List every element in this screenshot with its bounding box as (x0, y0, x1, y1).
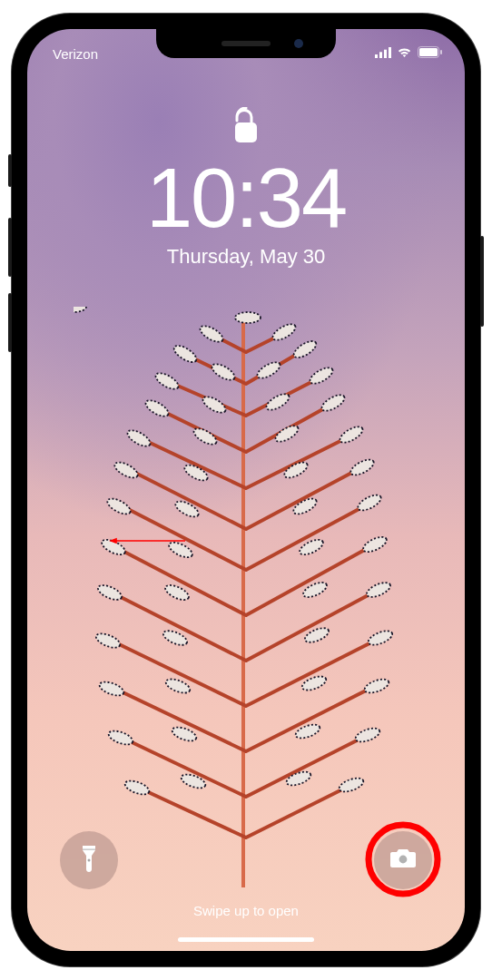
mute-switch (8, 154, 12, 187)
unlock-icon (232, 107, 260, 149)
svg-point-13 (88, 859, 91, 862)
svg-rect-7 (235, 122, 257, 142)
lock-screen[interactable]: Verizon (27, 29, 465, 951)
wifi-icon (397, 45, 412, 62)
svg-rect-1 (379, 52, 382, 58)
power-button (480, 236, 484, 327)
home-indicator[interactable] (178, 937, 314, 942)
speaker-grille (221, 41, 271, 46)
wallpaper-plant (74, 307, 418, 887)
front-camera (294, 39, 303, 48)
camera-icon (389, 848, 417, 873)
flashlight-icon (78, 844, 100, 877)
flashlight-button[interactable] (60, 831, 118, 889)
date-label: Thursday, May 30 (27, 245, 465, 269)
svg-rect-3 (389, 47, 391, 58)
svg-rect-2 (384, 50, 387, 58)
svg-marker-11 (109, 538, 117, 544)
volume-down-button (8, 293, 12, 352)
time-label: 10:34 (27, 156, 465, 240)
svg-rect-0 (375, 54, 378, 58)
swipe-hint-label: Swipe up to open (27, 903, 465, 918)
signal-icon (375, 45, 391, 62)
camera-button[interactable] (374, 831, 432, 889)
svg-rect-12 (83, 849, 95, 850)
svg-rect-5 (419, 48, 438, 56)
phone-frame: Verizon (12, 14, 480, 966)
annotation-arrow (109, 537, 185, 544)
battery-icon (418, 45, 443, 62)
notch (156, 29, 336, 58)
carrier-label: Verizon (53, 39, 98, 62)
svg-rect-6 (440, 50, 442, 54)
volume-up-button (8, 218, 12, 277)
clock-area: 10:34 Thursday, May 30 (27, 156, 465, 269)
